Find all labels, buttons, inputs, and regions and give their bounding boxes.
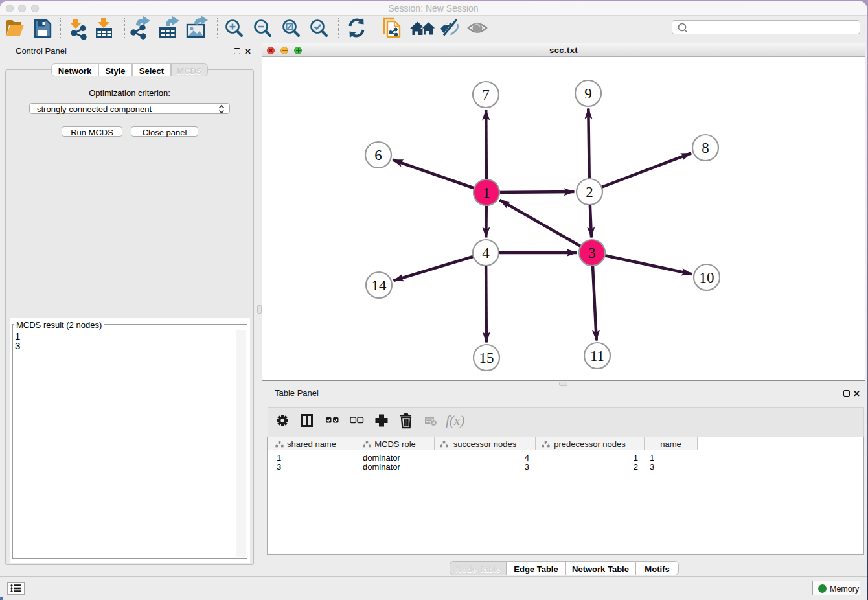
svg-text:2: 2 [586, 184, 593, 200]
svg-text:3: 3 [588, 245, 596, 261]
svg-text:f(x): f(x) [446, 413, 464, 428]
svg-text:15: 15 [479, 350, 494, 366]
svg-text:9: 9 [584, 86, 592, 102]
svg-text:8: 8 [702, 140, 709, 156]
svg-text:14: 14 [372, 277, 387, 294]
svg-text:4: 4 [482, 245, 490, 261]
svg-text:6: 6 [374, 147, 382, 163]
svg-text:7: 7 [482, 87, 490, 103]
svg-text:10: 10 [700, 270, 714, 286]
svg-text:11: 11 [590, 348, 604, 364]
svg-text:1: 1 [483, 185, 490, 201]
